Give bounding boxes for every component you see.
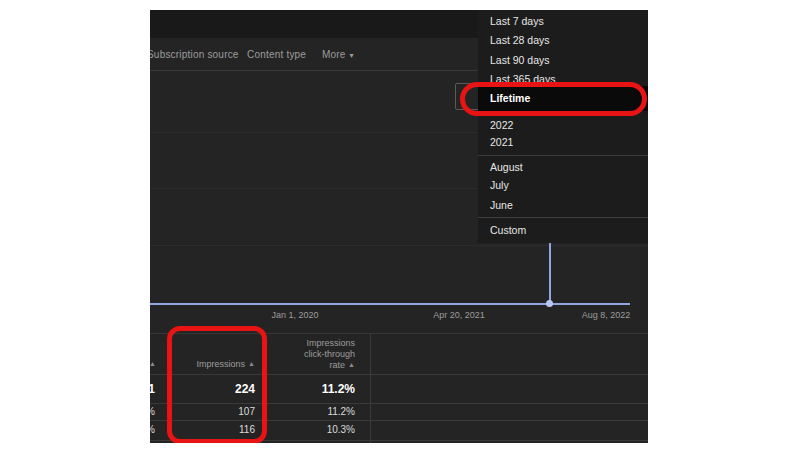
cell-impressions: 224	[150, 382, 255, 396]
tab-more-label: More	[322, 49, 346, 60]
menu-item-2022[interactable]: 2022	[478, 116, 648, 134]
warning-icon: ▲	[348, 361, 355, 368]
date-filter-menu: Last 7 days Last 28 days Last 90 days La…	[478, 10, 648, 243]
table-border	[150, 333, 648, 334]
cell-impressions: 107	[150, 406, 255, 417]
cell-ictr: 11.2%	[250, 382, 355, 396]
menu-item-lifetime[interactable]: Lifetime	[478, 89, 648, 107]
menu-item-august[interactable]: August	[478, 158, 648, 176]
menu-item-2021[interactable]: 2021	[478, 133, 648, 151]
chart-baseline	[150, 303, 630, 305]
column-header-impressions[interactable]: Impressions▲	[150, 359, 255, 370]
menu-item-last-90-days[interactable]: Last 90 days	[478, 51, 648, 69]
menu-item-last-28-days[interactable]: Last 28 days	[478, 31, 648, 49]
cell-ictr: 11.2%	[250, 406, 355, 417]
menu-item-june[interactable]: June	[478, 196, 648, 214]
x-axis-tick: Apr 20, 2021	[433, 310, 485, 320]
menu-separator	[478, 217, 648, 218]
row-separator	[150, 403, 648, 404]
menu-item-last-7-days[interactable]: Last 7 days	[478, 12, 648, 30]
x-axis-tick: Jan 1, 2020	[271, 310, 318, 320]
tab-content-type[interactable]: Content type	[247, 38, 306, 71]
column-header-ictr-line3-label: rate	[330, 360, 346, 370]
chart-spike-line	[549, 243, 551, 305]
tab-subscription-source[interactable]: Subscription source	[150, 38, 239, 71]
menu-separator	[478, 155, 648, 156]
menu-item-last-365-days[interactable]: Last 365 days	[478, 70, 648, 88]
menu-item-july[interactable]: July	[478, 176, 648, 194]
row-separator	[150, 440, 648, 441]
cell-impressions: 116	[150, 424, 255, 435]
column-header-ictr-line2: click-through	[250, 349, 355, 360]
gridline	[150, 245, 648, 246]
column-separator	[370, 333, 371, 443]
column-header-ictr-line3: rate▲	[250, 360, 355, 371]
column-header-impressions-label: Impressions	[197, 359, 246, 369]
tab-more[interactable]: More▾	[322, 38, 354, 71]
analytics-panel: Subscription source Content type More▾ J…	[150, 10, 648, 443]
chevron-down-icon: ▾	[350, 51, 354, 60]
column-header-ictr-line1: Impressions	[250, 338, 355, 349]
menu-item-custom[interactable]: Custom	[478, 221, 648, 239]
row-separator	[150, 420, 648, 421]
row-separator	[150, 374, 648, 375]
cell-ictr: 10.3%	[250, 424, 355, 435]
column-header-ictr[interactable]: Impressions click-through rate▲	[250, 338, 355, 371]
x-axis-tick: Aug 8, 2022	[582, 310, 631, 320]
chart-data-point	[546, 300, 553, 307]
